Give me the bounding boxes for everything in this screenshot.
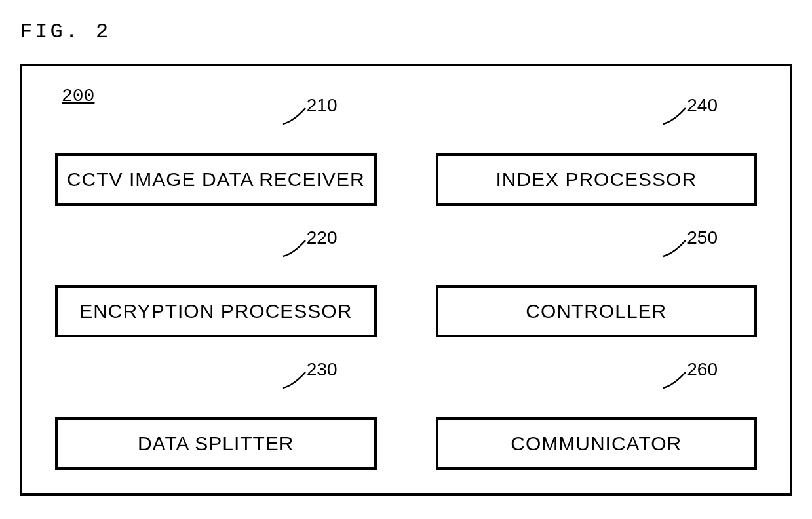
reference-number: 260 [687,359,718,380]
leader-line-icon [662,107,688,125]
block-label: DATA SPLITTER [55,417,377,470]
module-container: 200 210 CCTV IMAGE DATA RECEIVER 240 IND… [20,64,792,496]
figure-label: FIG. 2 [20,20,792,44]
leader-line-icon [662,371,688,389]
blocks-grid: 210 CCTV IMAGE DATA RECEIVER 240 INDEX P… [55,116,757,470]
leader-line-icon [282,371,308,389]
reference-number: 210 [307,95,338,116]
leader-line-icon [282,239,308,258]
block-data-splitter: 230 DATA SPLITTER [55,387,377,470]
leader-line-icon [282,107,308,125]
reference-number: 250 [687,227,718,248]
module-reference-number: 200 [62,86,757,106]
leader-line-icon [662,239,688,258]
block-label: COMMUNICATOR [436,417,758,470]
block-communicator: 260 COMMUNICATOR [436,387,758,470]
block-cctv-receiver: 210 CCTV IMAGE DATA RECEIVER [55,123,377,206]
block-label: INDEX PROCESSOR [436,153,758,206]
reference-number: 220 [307,227,338,248]
reference-number: 240 [687,95,718,116]
block-index-processor: 240 INDEX PROCESSOR [436,123,758,206]
block-encryption-processor: 220 ENCRYPTION PROCESSOR [55,255,377,338]
block-label: CONTROLLER [436,285,758,337]
block-label: ENCRYPTION PROCESSOR [55,285,377,337]
block-label: CCTV IMAGE DATA RECEIVER [55,153,377,206]
reference-number: 230 [307,359,338,380]
block-controller: 250 CONTROLLER [436,255,758,338]
